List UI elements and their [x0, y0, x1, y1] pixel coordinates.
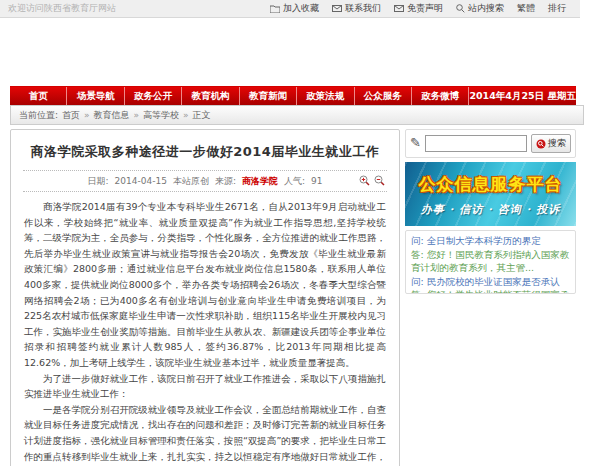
article-title: 商洛学院采取多种途径进一步做好2014届毕业生就业工作 — [25, 143, 385, 161]
meta-date: 2014-04-15 — [115, 176, 167, 186]
qa-answer: 答: 您好！国民教育系列指纳入国家教育计划的教育系列，其主管... — [411, 248, 570, 275]
article-panel: 商洛学院采取多种途径进一步做好2014届毕业生就业工作 日期: 2014-04-… — [10, 129, 400, 466]
zoom-in-icon[interactable] — [359, 175, 370, 186]
nav-item-home[interactable]: 首页 — [10, 87, 66, 105]
search-button[interactable]: 搜索 — [531, 134, 571, 153]
qa-answer: 答: 您好！学生毕业时能否获得国家承认的毕业证书，取决于学... — [411, 288, 570, 294]
main-nav: 首页 场景导航 政务公开 教育机构 教育新闻 政策法规 公众服务 政务微博 20… — [10, 86, 576, 105]
meta-date-label: 日期: — [88, 175, 109, 188]
ranking-link[interactable]: 排行 — [548, 2, 566, 15]
traditional-chinese-link[interactable]: 繁體 — [517, 2, 535, 15]
banner-title: 公众信息服务平台 — [405, 173, 576, 196]
article-paragraph: 为了进一步做好就业工作，该院日前召开了就业工作推进会，采取以下八项措施扎实推进毕… — [24, 371, 386, 402]
article-paragraph: 一是各学院分别召开院级就业领导及就业工作会议，全面总结前期就业工作，自查就业目标… — [24, 402, 386, 466]
welcome-text: 欢迎访问陕西省教育厅网站 — [8, 2, 270, 15]
breadcrumb-education-info[interactable]: 教育信息 — [94, 109, 130, 122]
breadcrumb-label: 当前位置: — [19, 109, 58, 122]
breadcrumb-home[interactable]: 首页 — [62, 109, 80, 122]
add-favorite-link[interactable]: 加入收藏 — [270, 2, 319, 15]
meta-origin: 本站原创 — [173, 175, 209, 188]
article-meta: 日期: 2014-04-15 本站原创 来源: 商洛学院 人气: 91 — [23, 170, 387, 192]
site-search-link[interactable]: 站内搜索 — [456, 2, 504, 15]
top-utility-bar: 欢迎访问陕西省教育厅网站 加入收藏 联系我们 免责声明 站内搜索 繁體 排行 — [0, 0, 580, 18]
mail-icon — [332, 5, 342, 12]
disclaimer-link[interactable]: 免责声明 — [394, 2, 443, 15]
pen-icon: ✎ — [410, 136, 421, 149]
folder-icon — [270, 5, 280, 13]
article-body: 商洛学院2014届有39个专业本专科毕业生2671名，自从2013年9月启动就业… — [11, 192, 399, 466]
breadcrumb-article: 正文 — [193, 109, 211, 122]
breadcrumb: 当前位置: 首页 » 教育信息 » 高等学校 » 正文 — [10, 105, 584, 125]
nav-item-education-news[interactable]: 教育新闻 — [239, 87, 296, 105]
meta-views-label: 人气: — [284, 175, 305, 188]
nav-item-gov-weibo[interactable]: 政务微博 — [411, 87, 468, 105]
font-size-controls — [359, 175, 385, 186]
nav-item-institutions[interactable]: 教育机构 — [181, 87, 238, 105]
sidebar: ✎ 搜索 公众信息服务平台 办事 · 信访 · 咨询 · 投诉 问: 全日制大学… — [405, 129, 576, 294]
qa-list: 问: 全日制大学本科学历的界定 答: 您好！国民教育系列指纳入国家教育计划的教育… — [405, 230, 576, 294]
nav-item-gov-affairs[interactable]: 政务公开 — [124, 87, 181, 105]
zoom-out-icon[interactable] — [374, 175, 385, 186]
nav-item-public-service[interactable]: 公众服务 — [354, 87, 411, 105]
meta-source-label: 来源: — [215, 175, 236, 188]
qa-question[interactable]: 问: 全日制大学本科学历的界定 — [411, 234, 570, 248]
search-icon — [456, 4, 465, 13]
sidebar-search-box: ✎ 搜索 — [405, 129, 576, 158]
public-service-banner[interactable]: 公众信息服务平台 办事 · 信访 · 咨询 · 投诉 — [405, 162, 576, 226]
nav-date: 2014年4月25日 星期五 — [468, 87, 576, 105]
nav-item-scene-guide[interactable]: 场景导航 — [66, 87, 123, 105]
search-input[interactable] — [425, 135, 527, 152]
search-badge-icon — [536, 139, 546, 149]
mail-icon — [394, 5, 404, 12]
meta-source-link[interactable]: 商洛学院 — [242, 175, 278, 188]
article-paragraph: 商洛学院2014届有39个专业本专科毕业生2671名，自从2013年9月启动就业… — [24, 199, 386, 371]
breadcrumb-higher-education[interactable]: 高等学校 — [143, 109, 179, 122]
nav-item-policies[interactable]: 政策法规 — [296, 87, 353, 105]
meta-views: 91 — [311, 176, 322, 186]
qa-question[interactable]: 问: 民办院校的毕业证国家是否承认 — [411, 275, 570, 289]
contact-us-link[interactable]: 联系我们 — [332, 2, 381, 15]
topbar-links: 加入收藏 联系我们 免责声明 站内搜索 繁體 排行 — [270, 2, 566, 15]
banner-subtitle: 办事 · 信访 · 咨询 · 投诉 — [405, 202, 576, 217]
